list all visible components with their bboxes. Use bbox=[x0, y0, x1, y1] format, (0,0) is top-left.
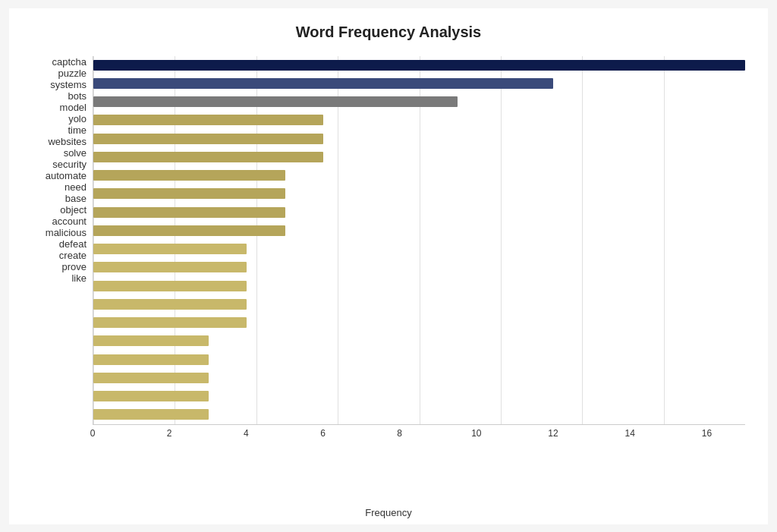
x-tick: 2 bbox=[167, 428, 172, 439]
y-label: object bbox=[32, 204, 93, 216]
bar-row bbox=[93, 184, 745, 203]
bar bbox=[93, 225, 285, 236]
bar bbox=[93, 373, 209, 383]
y-label: like bbox=[32, 272, 93, 284]
bar bbox=[93, 409, 209, 420]
y-labels: captchapuzzlesystemsbotsmodelyolotimeweb… bbox=[32, 56, 93, 425]
bar bbox=[93, 317, 247, 328]
x-axis-section: 0246810121416 bbox=[32, 428, 745, 458]
bar-row bbox=[93, 313, 745, 332]
bar bbox=[93, 134, 323, 144]
bar-row bbox=[93, 93, 745, 111]
y-label: yolo bbox=[32, 113, 93, 124]
bar-row bbox=[93, 56, 745, 74]
bars-wrapper bbox=[93, 56, 745, 424]
y-label: base bbox=[32, 193, 93, 204]
bar bbox=[93, 391, 209, 401]
bar-row bbox=[93, 166, 745, 184]
bar bbox=[93, 78, 553, 89]
x-axis-title: Frequency bbox=[9, 507, 768, 518]
x-tick: 16 bbox=[702, 428, 712, 439]
x-tick: 10 bbox=[471, 428, 481, 439]
bar-row bbox=[93, 240, 745, 258]
bar bbox=[93, 115, 323, 125]
y-label: prove bbox=[32, 261, 93, 272]
y-label: time bbox=[32, 124, 93, 136]
bar bbox=[93, 244, 247, 254]
y-label: malicious bbox=[32, 227, 93, 238]
bar bbox=[93, 60, 745, 71]
bars-section: captchapuzzlesystemsbotsmodelyolotimeweb… bbox=[32, 56, 745, 425]
y-label: need bbox=[32, 181, 93, 193]
y-label: security bbox=[32, 159, 93, 170]
bar bbox=[93, 262, 247, 272]
y-label: solve bbox=[32, 147, 93, 159]
y-label: captcha bbox=[32, 56, 93, 68]
bar bbox=[93, 170, 285, 181]
bar-row bbox=[93, 130, 745, 148]
bar-row bbox=[93, 295, 745, 313]
bar bbox=[93, 207, 285, 218]
chart-title: Word Frequency Analysis bbox=[32, 24, 745, 41]
x-tick: 4 bbox=[244, 428, 249, 439]
bar bbox=[93, 335, 209, 346]
bar-row bbox=[93, 203, 745, 222]
y-label: puzzle bbox=[32, 68, 93, 79]
x-tick: 8 bbox=[397, 428, 402, 439]
y-label: account bbox=[32, 216, 93, 227]
bar-row bbox=[93, 258, 745, 276]
bar bbox=[93, 281, 247, 291]
bar-row bbox=[93, 111, 745, 129]
bar bbox=[93, 188, 285, 199]
bar-row bbox=[93, 74, 745, 93]
bar-row bbox=[93, 387, 745, 405]
bar-row bbox=[93, 405, 745, 423]
bar-row bbox=[93, 351, 745, 369]
x-tick: 12 bbox=[548, 428, 558, 439]
y-label: automate bbox=[32, 170, 93, 181]
chart-area: captchapuzzlesystemsbotsmodelyolotimeweb… bbox=[32, 56, 745, 458]
bars-and-grid bbox=[93, 56, 745, 425]
x-tick: 14 bbox=[625, 428, 635, 439]
y-label: bots bbox=[32, 90, 93, 102]
bar bbox=[93, 299, 247, 310]
bar bbox=[93, 96, 458, 107]
bar bbox=[93, 354, 209, 365]
bar-row bbox=[93, 277, 745, 295]
y-label: websites bbox=[32, 136, 93, 147]
chart-container: Word Frequency Analysis captchapuzzlesys… bbox=[9, 8, 768, 524]
bar bbox=[93, 152, 323, 162]
y-label: defeat bbox=[32, 238, 93, 250]
y-label: model bbox=[32, 102, 93, 113]
bar-row bbox=[93, 332, 745, 350]
x-tick: 0 bbox=[90, 428, 96, 439]
y-label: systems bbox=[32, 79, 93, 90]
bar-row bbox=[93, 222, 745, 240]
x-axis-labels: 0246810121416 bbox=[93, 428, 745, 458]
bar-row bbox=[93, 369, 745, 387]
bar-row bbox=[93, 148, 745, 166]
x-tick: 6 bbox=[320, 428, 326, 439]
y-label: create bbox=[32, 250, 93, 261]
